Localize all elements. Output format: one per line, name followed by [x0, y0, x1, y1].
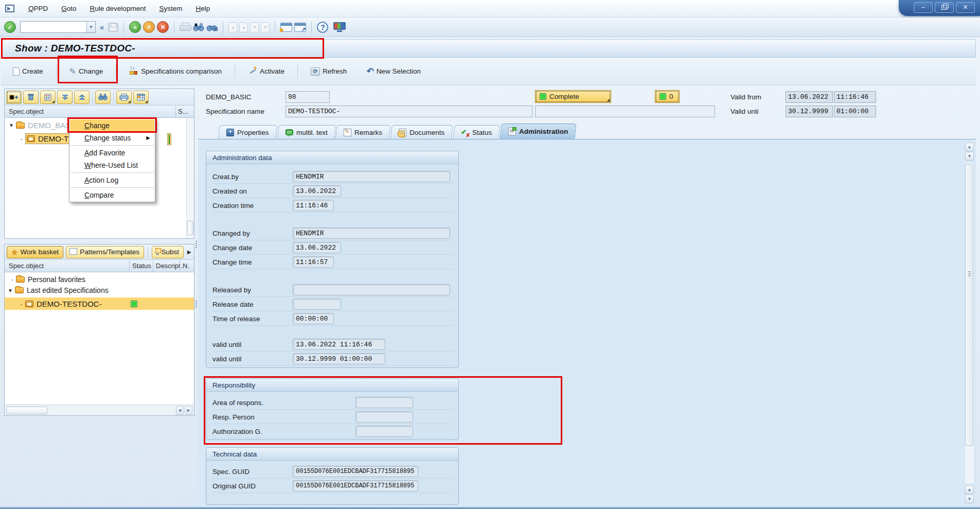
menu-item-goto[interactable]: Goto: [55, 3, 83, 14]
menu-item-system[interactable]: System: [152, 3, 189, 14]
activate-button[interactable]: Activate: [242, 64, 290, 79]
scrollbar-thumb[interactable]: [187, 221, 193, 235]
find-next-icon[interactable]: +: [206, 23, 218, 32]
collapse-toolbar-icon[interactable]: «: [98, 23, 106, 31]
create-shortcut-icon[interactable]: ↗: [294, 23, 306, 32]
changed-by-field[interactable]: HENDMIR: [293, 227, 450, 239]
change-time-field[interactable]: 11:16:57: [293, 256, 334, 268]
tree-node-demo-basic[interactable]: ▼ DEMO_BASIC: [9, 121, 78, 130]
new-selection-button[interactable]: ↶ New Selection: [361, 64, 426, 78]
table-view-button[interactable]: [133, 91, 149, 104]
release-date-field[interactable]: [293, 299, 341, 310]
context-menu-item-add-favorite[interactable]: Add Favorite: [70, 147, 154, 159]
change-button[interactable]: ✎ Change: [64, 63, 109, 79]
save-icon[interactable]: [108, 23, 118, 32]
spec-name-field[interactable]: DEMO-TESTDOC-: [286, 106, 532, 117]
valid-until-1-field[interactable]: 13.06.2022 11:16:46: [293, 339, 385, 350]
tab-documents[interactable]: Documents: [390, 125, 453, 139]
area-of-responsibility-field[interactable]: [355, 397, 413, 408]
scroll-left-button[interactable]: ◄: [176, 406, 184, 415]
tab-status[interactable]: Status: [453, 125, 500, 139]
context-menu-item-compare[interactable]: Compare: [70, 189, 154, 201]
tab-overflow-icon[interactable]: ▶: [187, 249, 191, 255]
command-dropdown-icon[interactable]: ▼: [86, 22, 95, 32]
scrollbar-thumb[interactable]: [965, 164, 973, 446]
n-column-header[interactable]: N.: [180, 260, 194, 272]
valid-until-date-field[interactable]: 30.12.9999: [786, 106, 833, 117]
spec-object-column-header[interactable]: Spec.object: [5, 108, 175, 115]
minimize-button[interactable]: –: [914, 2, 933, 13]
print-tree-button[interactable]: [116, 91, 132, 104]
valid-from-time-field[interactable]: 11:16:46: [834, 91, 876, 103]
tree-node-last-edited[interactable]: ▼ Last edited Specifications: [5, 286, 194, 294]
close-button[interactable]: ✕: [956, 2, 975, 13]
restore-button[interactable]: [935, 2, 954, 13]
back-button[interactable]: «: [129, 21, 141, 33]
tab-subst[interactable]: Subst: [152, 246, 184, 258]
enter-button[interactable]: ✓: [4, 21, 16, 33]
menu-item-qppd[interactable]: QPPD: [22, 3, 55, 14]
context-menu-item-change-status[interactable]: Change status: [70, 132, 154, 144]
find-icon[interactable]: [193, 23, 204, 32]
print-icon[interactable]: [180, 23, 191, 32]
scroll-up-button[interactable]: ▲: [965, 143, 974, 151]
status-column-header[interactable]: Status: [129, 260, 153, 272]
created-on-field[interactable]: 13.06.2022: [293, 185, 341, 197]
authorization-group-field[interactable]: [355, 426, 413, 437]
spec-guid-field[interactable]: 00155D076E001EDCBADF317715818895: [293, 466, 418, 477]
context-menu-item-where-used-list[interactable]: Where-Used List: [70, 159, 154, 171]
menu-item-rule-development[interactable]: Rule development: [83, 3, 153, 14]
expand-all-button[interactable]: [57, 91, 73, 104]
find-in-tree-button[interactable]: [95, 91, 111, 104]
creation-time-field[interactable]: 11:16:46: [293, 200, 334, 211]
valid-until-time-field[interactable]: 01:00:00: [834, 106, 876, 117]
tab-patterns-templates[interactable]: Patterns/Templates: [66, 246, 144, 258]
spec-type-key-field[interactable]: 98: [286, 91, 330, 103]
scrollbar-thumb[interactable]: [6, 407, 47, 414]
status-dropdown-button[interactable]: Complete: [535, 90, 611, 103]
change-date-field[interactable]: 13.06.2022: [293, 242, 341, 253]
help-icon[interactable]: ?: [317, 22, 328, 33]
context-menu-item-change[interactable]: Change: [70, 119, 154, 132]
cancel-button[interactable]: ✕: [157, 21, 169, 33]
responsible-person-field[interactable]: [355, 411, 413, 423]
create-button[interactable]: Create: [7, 64, 49, 79]
created-by-field[interactable]: HENDMIR: [293, 171, 450, 182]
gui-settings-icon[interactable]: [333, 22, 346, 32]
tab-remarks[interactable]: Remarks: [335, 125, 391, 139]
scroll-up-button-bottom[interactable]: ▲: [965, 485, 974, 494]
status-count-button[interactable]: 0: [655, 90, 680, 103]
tab-administration[interactable]: Administration: [500, 124, 576, 139]
refresh-button[interactable]: ⟳ Refresh: [305, 64, 352, 79]
valid-until-2-field[interactable]: 30.12.9999 01:00:00: [293, 353, 385, 364]
tab-properties[interactable]: Properties: [218, 125, 277, 139]
time-of-release-field[interactable]: 00:00:00: [293, 313, 334, 324]
tree-node-personal-favorites[interactable]: · Personal favorites: [5, 275, 194, 284]
status-column-header[interactable]: S...: [175, 106, 194, 117]
specifications-comparison-button[interactable]: ↑↓ Specifications comparison: [123, 64, 227, 79]
collapse-all-button[interactable]: [74, 91, 90, 104]
scroll-down-button-bottom[interactable]: ▼: [965, 495, 974, 503]
tab-multil-text[interactable]: multil. text: [277, 125, 336, 139]
descript-column-header[interactable]: Descript.: [153, 260, 180, 272]
tab-work-basket[interactable]: ★ Work basket: [7, 246, 63, 258]
valid-from-date-field[interactable]: 13.06.2022: [786, 91, 833, 103]
spec-object-column-header[interactable]: Spec.object: [5, 262, 129, 270]
scroll-down-button[interactable]: ▼: [965, 152, 974, 161]
delete-button[interactable]: [23, 91, 39, 104]
new-session-icon[interactable]: ✹: [280, 23, 292, 32]
expand-arrow-icon[interactable]: ▼: [8, 288, 13, 293]
original-guid-field[interactable]: 00155D076E001EDCBADF317715818895: [293, 480, 418, 492]
status-indicator-focus[interactable]: [167, 133, 171, 145]
sap-system-icon[interactable]: [5, 5, 14, 12]
spec-description-field[interactable]: [535, 106, 715, 117]
context-menu-item-action-log[interactable]: Action Log: [70, 174, 154, 186]
transfer-button[interactable]: [6, 91, 22, 104]
scroll-right-button[interactable]: ►: [185, 406, 192, 415]
display-options-button[interactable]: [40, 91, 56, 104]
scrollbar-track[interactable]: [965, 163, 974, 483]
released-by-field[interactable]: [293, 284, 450, 295]
command-input[interactable]: [21, 22, 86, 32]
horizontal-splitter[interactable]: ·····: [4, 239, 194, 244]
expand-arrow-icon[interactable]: ▼: [9, 122, 14, 128]
